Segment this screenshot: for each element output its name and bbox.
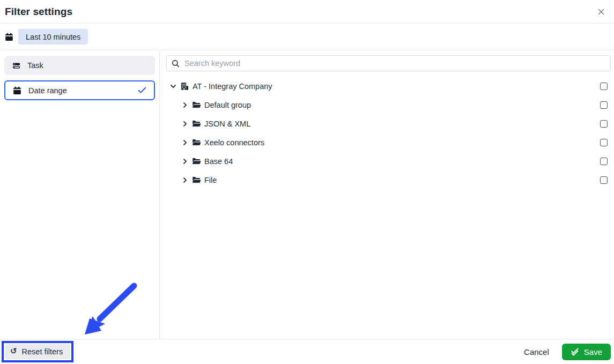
annotation-highlight-box: ↺ Reset filters — [2, 341, 73, 362]
dialog-header: Filter settings — [0, 0, 614, 24]
calendar-icon — [5, 33, 13, 41]
folder-icon — [192, 176, 201, 184]
tree-node-label: Default group — [204, 101, 251, 109]
folder-icon — [192, 101, 201, 109]
tree-node-label: AT - Integray Company — [193, 82, 272, 91]
folder-icon — [192, 157, 201, 165]
task-tree-panel: AT - Integray Company Default group JSON… — [160, 51, 614, 339]
dialog-footer: ↺ Reset filters Cancel Save — [0, 339, 614, 364]
reset-filters-label: Reset filters — [22, 347, 63, 356]
tree-row-base-64[interactable]: Base 64 — [166, 152, 611, 170]
tasks-icon — [12, 62, 20, 70]
tree-checkbox[interactable] — [600, 176, 608, 184]
tree-node-label: File — [204, 176, 217, 184]
double-check-icon — [571, 348, 579, 356]
sidebar-item-label: Task — [27, 61, 43, 70]
chevron-down-icon[interactable] — [169, 83, 176, 90]
sidebar-item-label: Date range — [28, 86, 67, 95]
time-range-chip-label: Last 10 minutes — [26, 33, 80, 41]
tree-node-label: JSON & XML — [204, 120, 250, 128]
tree-row-file[interactable]: File — [166, 170, 611, 189]
cancel-button[interactable]: Cancel — [523, 344, 550, 360]
search-box — [166, 55, 611, 71]
filter-category-sidebar: Task Date range — [0, 51, 160, 339]
search-icon — [172, 60, 180, 68]
search-input[interactable] — [184, 59, 605, 68]
chevron-right-icon[interactable] — [181, 101, 188, 108]
calendar-icon — [13, 86, 21, 95]
tree-checkbox[interactable] — [600, 120, 608, 128]
chevron-right-icon[interactable] — [181, 139, 188, 146]
sidebar-item-date-range[interactable]: Date range — [4, 80, 155, 100]
tree-checkbox[interactable] — [600, 101, 608, 109]
task-group-tree: AT - Integray Company Default group JSON… — [166, 77, 611, 189]
chevron-right-icon[interactable] — [181, 158, 188, 165]
selected-check-icon — [138, 87, 146, 94]
tree-checkbox[interactable] — [600, 139, 608, 146]
chevron-right-icon[interactable] — [181, 176, 188, 183]
reset-icon: ↺ — [10, 347, 17, 355]
tree-checkbox[interactable] — [600, 158, 608, 165]
building-icon — [180, 82, 189, 91]
save-button[interactable]: Save — [562, 344, 611, 360]
tree-row-company[interactable]: AT - Integray Company — [166, 77, 611, 95]
folder-icon — [192, 138, 201, 146]
save-label: Save — [584, 347, 602, 356]
tree-row-default-group[interactable]: Default group — [166, 95, 611, 114]
tree-checkbox[interactable] — [600, 83, 608, 90]
tree-row-json-xml[interactable]: JSON & XML — [166, 114, 611, 133]
tree-node-label: Base 64 — [204, 157, 233, 166]
close-icon[interactable] — [596, 6, 606, 17]
time-range-chip[interactable]: Last 10 minutes — [18, 29, 88, 44]
chevron-right-icon[interactable] — [181, 120, 188, 127]
folder-icon — [192, 120, 201, 128]
sidebar-item-task[interactable]: Task — [4, 56, 155, 75]
reset-filters-button[interactable]: ↺ Reset filters — [5, 344, 70, 359]
page-title: Filter settings — [5, 6, 72, 18]
active-filters-bar: Last 10 minutes — [0, 24, 614, 50]
tree-row-xeelo-connectors[interactable]: Xeelo connectors — [166, 133, 611, 152]
dialog-body: Task Date range — [0, 51, 614, 339]
tree-node-label: Xeelo connectors — [204, 138, 264, 147]
